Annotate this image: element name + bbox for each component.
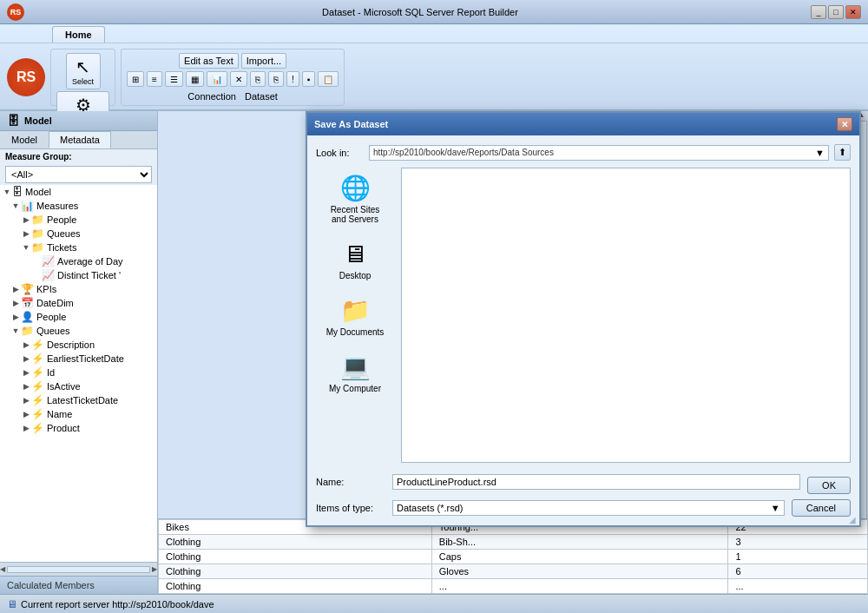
nav-recent-sites[interactable]: 🌐 Recent Sitesand Servers: [316, 168, 394, 230]
panel-header: 🗄 Model: [0, 111, 157, 131]
model-icon: 🗄: [7, 114, 19, 128]
ribbon-content: RS ↖ Select ⚙ Set Options Edit as Text I…: [0, 43, 868, 111]
tree-item-tickets[interactable]: ▼ 📁 Tickets: [0, 241, 157, 254]
tree-item-earliest[interactable]: ▶ ⚡ EarliestTicketDate: [0, 352, 157, 366]
name-input[interactable]: [392, 474, 800, 490]
minimize-button[interactable]: _: [811, 5, 826, 19]
close-button[interactable]: ✕: [845, 5, 861, 19]
nav-my-documents[interactable]: 📁 My Documents: [316, 290, 394, 343]
ribbon-btn-6[interactable]: ✕: [230, 71, 247, 87]
tree-item-queues[interactable]: ▼ 📁 Queues: [0, 324, 157, 338]
tab-model[interactable]: Model: [0, 131, 49, 148]
ribbon-btn-4[interactable]: ▦: [186, 71, 204, 87]
select-button[interactable]: ↖ Select: [66, 53, 101, 89]
ribbon-labels: Connection Dataset: [187, 91, 278, 102]
ok-button[interactable]: OK: [807, 477, 851, 494]
app-logo: RS: [7, 3, 24, 21]
ribbon-tab-bar: Home: [0, 24, 868, 43]
dialog-buttons: OK: [807, 470, 851, 494]
ribbon-btn-5[interactable]: 📊: [207, 71, 227, 87]
ribbon-btn-3[interactable]: ☰: [165, 71, 183, 87]
name-row: Name: OK: [316, 470, 851, 494]
tree-item-name[interactable]: ▶ ⚡ Name: [0, 407, 157, 421]
dialog-title-bar: Save As Dataset ✕: [307, 113, 859, 135]
tree-item-avg-day[interactable]: 📈 Average of Day: [0, 254, 157, 268]
dialog-content: 🌐 Recent Sitesand Servers 🖥 Desktop 📁 My…: [316, 168, 851, 463]
title-bar: RS Dataset - Microsoft SQL Server Report…: [0, 0, 868, 24]
tree-item-product[interactable]: ▶ ⚡ Product: [0, 421, 157, 435]
tab-metadata[interactable]: Metadata: [49, 131, 111, 148]
calculated-members-bar: Calculated Members: [0, 576, 157, 594]
ribbon-btn-1[interactable]: ⊞: [127, 71, 144, 87]
panel-tabs: Model Metadata: [0, 131, 157, 149]
tree-item-queues-m[interactable]: ▶ 📁 Queues: [0, 227, 157, 241]
ribbon-row-1: Edit as Text Import...: [179, 53, 286, 69]
dialog-close-button[interactable]: ✕: [837, 117, 852, 131]
look-in-row: Look in: http://sp2010/book/dave/Reports…: [316, 144, 851, 161]
ribbon-group-select: ↖ Select ⚙ Set Options: [50, 49, 115, 106]
tree-item-isactive[interactable]: ▶ ⚡ IsActive: [0, 379, 157, 393]
items-type-combo[interactable]: Datasets (*.rsd) ▼: [392, 500, 785, 516]
tree-item-datedim[interactable]: ▶ 📅 DateDim: [0, 296, 157, 310]
title-bar-text: Dataset - Microsoft SQL Server Report Bu…: [30, 7, 811, 17]
ribbon-btn-8[interactable]: ⎘: [268, 71, 284, 87]
look-in-combo[interactable]: http://sp2010/book/dave/Reports/Data Sou…: [369, 145, 829, 161]
edit-as-text-button[interactable]: Edit as Text: [179, 53, 239, 69]
tree-item-measures[interactable]: ▼ 📊 Measures: [0, 199, 157, 213]
ribbon-btn-11[interactable]: 📋: [318, 71, 339, 87]
tree-item-people-m[interactable]: ▶ 📁 People: [0, 213, 157, 227]
ribbon-btn-2[interactable]: ≡: [147, 71, 162, 87]
tree-item-description[interactable]: ▶ ⚡ Description: [0, 338, 157, 352]
maximize-button[interactable]: □: [828, 5, 844, 19]
tree-item-distinct-ticket[interactable]: 📈 Distinct Ticket ': [0, 268, 157, 282]
ribbon-btn-7[interactable]: ⎘: [250, 71, 266, 87]
look-in-up-button[interactable]: ⬆: [834, 144, 851, 161]
import-button[interactable]: Import...: [241, 53, 286, 69]
status-bar: 🖥 Current report server http://sp2010/bo…: [0, 594, 868, 613]
dialog-file-area[interactable]: [401, 168, 851, 463]
ribbon: Home RS ↖ Select ⚙ Set Options Edit as T…: [0, 24, 868, 111]
status-icon: 🖥: [7, 598, 17, 610]
tree-item-kpis[interactable]: ▶ 🏆 KPIs: [0, 282, 157, 296]
tab-home[interactable]: Home: [52, 26, 105, 43]
center-area: Parame... ▲ ▼ Bikes Touring... 22 Clothi…: [158, 111, 868, 594]
tree-item-people[interactable]: ▶ 👤 People: [0, 310, 157, 324]
ribbon-row-2: ⊞ ≡ ☰ ▦ 📊 ✕ ⎘ ⎘ ! ▪ 📋: [127, 71, 339, 87]
ribbon-btn-10[interactable]: ▪: [302, 71, 316, 87]
title-bar-controls: _ □ ✕: [811, 5, 861, 19]
main-area: 🗄 Model Model Metadata Measure Group: <A…: [0, 111, 868, 594]
save-as-dialog: Save As Dataset ✕ Look in: http://sp2010…: [306, 111, 861, 527]
items-row: Items of type: Datasets (*.rsd) ▼ Cancel: [316, 499, 851, 517]
dialog-body: Look in: http://sp2010/book/dave/Reports…: [307, 135, 859, 525]
tree-item-latest[interactable]: ▶ ⚡ LatestTicketDate: [0, 393, 157, 407]
cancel-button[interactable]: Cancel: [792, 499, 851, 517]
ribbon-btn-9[interactable]: !: [286, 71, 299, 87]
app-icon: RS: [7, 58, 45, 96]
tree-item-id[interactable]: ▶ ⚡ Id: [0, 366, 157, 379]
left-panel: 🗄 Model Model Metadata Measure Group: <A…: [0, 111, 158, 594]
dialog-left-nav: 🌐 Recent Sitesand Servers 🖥 Desktop 📁 My…: [316, 168, 394, 463]
nav-my-computer[interactable]: 💻 My Computer: [316, 346, 394, 399]
nav-desktop[interactable]: 🖥 Desktop: [316, 234, 394, 287]
dialog-overlay: Save As Dataset ✕ Look in: http://sp2010…: [158, 111, 868, 594]
h-scrollbar[interactable]: ◀ ▶: [0, 562, 157, 576]
resize-handle[interactable]: ◢: [849, 515, 859, 525]
measure-group-select[interactable]: <All>: [5, 166, 152, 183]
tree-container: ▼ 🗄 Model ▼ 📊 Measures ▶ 📁 People ▶ 📁 Qu…: [0, 185, 157, 562]
ribbon-group-connection: Edit as Text Import... ⊞ ≡ ☰ ▦ 📊 ✕ ⎘ ⎘ !…: [121, 49, 345, 106]
tree-item-model[interactable]: ▼ 🗄 Model: [0, 185, 157, 199]
